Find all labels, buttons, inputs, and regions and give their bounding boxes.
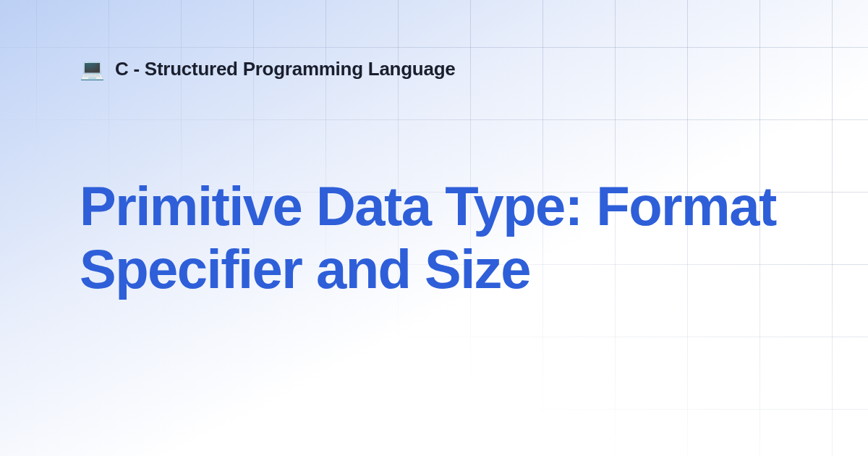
page-title: Primitive Data Type: Format Specifier an… (80, 174, 788, 301)
content-container: 💻 C - Structured Programming Language Pr… (0, 0, 868, 456)
laptop-icon: 💻 (80, 59, 105, 80)
breadcrumb-text: C - Structured Programming Language (115, 58, 456, 80)
breadcrumb: 💻 C - Structured Programming Language (80, 58, 788, 80)
